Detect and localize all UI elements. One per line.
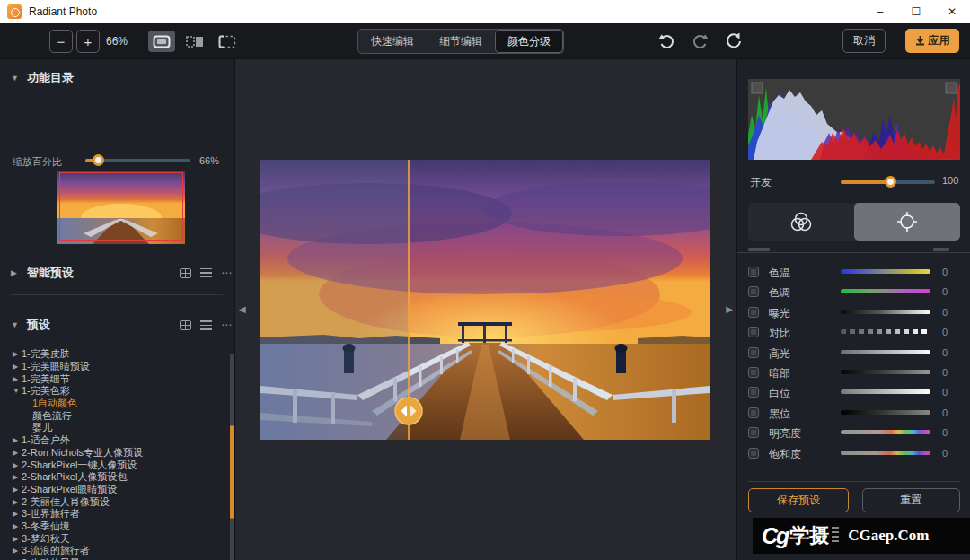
slider-label: 明亮度 <box>769 426 801 442</box>
slider-checkbox[interactable] <box>748 286 759 297</box>
grid-view-icon[interactable] <box>180 268 191 278</box>
preset-tree-item[interactable]: ▶2-SharkPixel眼睛预设 <box>0 484 229 496</box>
slider-checkbox[interactable] <box>748 407 759 418</box>
preset-tree-item[interactable]: ▶1-完美细节 <box>0 372 229 385</box>
preset-tree-item[interactable]: ▶3-梦幻秋天 <box>0 532 229 545</box>
develop-slider-handle[interactable] <box>885 176 896 188</box>
preset-tree-item[interactable]: ▶3-冬季仙境 <box>0 521 229 533</box>
preset-tree-item[interactable]: ▼1-完美色彩 <box>0 385 229 398</box>
minimize-button[interactable]: – <box>862 0 898 23</box>
single-view-button[interactable] <box>148 31 175 52</box>
sidebar-scrollbar[interactable] <box>230 354 234 560</box>
save-preset-button[interactable]: 保存预设 <box>748 488 849 512</box>
slider-track[interactable] <box>841 389 930 394</box>
grid-view-icon[interactable] <box>180 320 191 330</box>
smart-presets-header[interactable]: ▶ 智能预设 <box>11 265 74 281</box>
more-options-icon[interactable]: ⋯ <box>221 267 232 279</box>
slider-checkbox[interactable] <box>748 347 759 358</box>
cancel-button[interactable]: 取消 <box>842 29 886 53</box>
preset-tree-item[interactable]: ▶颜色流行 <box>0 409 229 422</box>
highlight-clipping-toggle[interactable] <box>946 83 957 93</box>
chevron-right-icon[interactable]: ▶ <box>13 363 22 371</box>
chevron-right-icon[interactable]: ▶ <box>13 547 22 555</box>
slider-track[interactable] <box>841 310 930 314</box>
collapse-left-panel-icon[interactable]: ◀ <box>239 304 246 314</box>
chevron-right-icon[interactable]: ▶ <box>13 522 22 530</box>
preset-tree-item[interactable]: ▶1-完美皮肤 <box>0 348 229 361</box>
preset-tree-item[interactable]: ▶3-流浪的旅行者 <box>0 545 229 557</box>
preset-tree-item[interactable]: ▶1自动颜色 <box>0 398 229 410</box>
develop-slider[interactable] <box>841 180 935 184</box>
preset-tree-item[interactable]: ▶婴儿 <box>0 422 229 434</box>
close-button[interactable]: ✕ <box>934 0 970 23</box>
chevron-right-icon[interactable]: ▶ <box>13 535 22 543</box>
undo-icon <box>657 31 676 51</box>
edit-tab-0[interactable]: 快速编辑 <box>358 30 427 53</box>
target-adjust-tab[interactable] <box>854 203 960 241</box>
chevron-right-icon[interactable]: ▶ <box>13 486 22 494</box>
navigator-thumbnail[interactable] <box>57 171 185 244</box>
preset-tree-item[interactable]: ▶1-完美眼睛预设 <box>0 361 229 373</box>
edit-tab-2[interactable]: 颜色分级 <box>495 30 563 53</box>
slider-checkbox[interactable] <box>748 267 759 277</box>
chevron-right-icon[interactable]: ▶ <box>13 350 22 358</box>
slider-checkbox[interactable] <box>748 327 759 337</box>
slider-track[interactable] <box>841 370 930 374</box>
split-view-button[interactable] <box>181 31 208 52</box>
apply-download-icon <box>915 36 925 46</box>
chevron-right-icon[interactable]: ▶ <box>13 510 22 518</box>
slider-track[interactable] <box>841 269 930 274</box>
slider-track[interactable] <box>841 289 930 293</box>
slider-checkbox[interactable] <box>748 307 759 318</box>
maximize-button[interactable]: ☐ <box>898 0 934 23</box>
list-view-icon[interactable] <box>200 268 212 278</box>
preset-tree-item[interactable]: ▶2-美丽佳人肖像预设 <box>0 495 229 508</box>
zoom-slider-handle[interactable] <box>93 154 104 166</box>
more-options-icon[interactable]: ⋯ <box>221 319 232 331</box>
apply-button[interactable]: 应用 <box>905 29 959 53</box>
slider-track[interactable] <box>841 410 930 415</box>
slider-label: 白位 <box>769 386 790 401</box>
shadow-clipping-toggle[interactable] <box>752 83 763 93</box>
sidebar-scrollbar-thumb[interactable] <box>230 425 234 519</box>
photo-canvas[interactable] <box>260 160 710 440</box>
zoom-percent-slider[interactable] <box>85 159 190 162</box>
slider-value: 0 <box>942 367 948 378</box>
chevron-down-icon[interactable]: ▼ <box>13 387 22 395</box>
chevron-right-icon[interactable]: ▶ <box>13 498 22 506</box>
chevron-right-icon[interactable]: ▶ <box>13 375 22 383</box>
preset-tree-item[interactable]: ▶3-世界旅行者 <box>0 508 229 521</box>
chevron-right-icon[interactable]: ▶ <box>13 461 22 469</box>
edit-tab-1[interactable]: 细节编辑 <box>427 30 495 53</box>
slider-checkbox[interactable] <box>748 427 759 438</box>
presets-header[interactable]: ▼ 预设 <box>11 317 50 333</box>
color-wheels-tab[interactable] <box>748 203 854 241</box>
chevron-right-icon[interactable]: ▶ <box>13 449 22 457</box>
navigator-viewport-outline[interactable] <box>59 172 183 241</box>
list-view-icon[interactable] <box>200 320 212 330</box>
slider-track[interactable] <box>841 329 930 334</box>
side-by-side-view-button[interactable] <box>214 31 241 52</box>
chevron-right-icon[interactable]: ▶ <box>13 436 22 444</box>
preset-tree-item[interactable]: ▶1-适合户外 <box>0 434 229 447</box>
chevron-right-icon[interactable]: ▶ <box>13 473 22 481</box>
preset-tree-item[interactable]: ▶2-SharkPixel一键人像预设 <box>0 459 229 471</box>
preset-tree-item[interactable]: ▶2-Ron Nichols专业人像预设 <box>0 447 229 459</box>
preset-tree-item[interactable]: ▶2-SharkPixel人像预设包 <box>0 471 229 484</box>
slider-track[interactable] <box>841 430 930 434</box>
slider-track[interactable] <box>841 350 930 354</box>
function-catalog-header[interactable]: ▼ 功能目录 <box>11 70 74 86</box>
slider-track[interactable] <box>841 451 930 455</box>
slider-checkbox[interactable] <box>748 387 759 398</box>
zoom-out-button[interactable]: − <box>49 30 73 53</box>
zoom-in-button[interactable]: + <box>76 30 100 53</box>
photo-image <box>260 160 710 440</box>
compare-divider-handle[interactable] <box>392 395 425 427</box>
collapse-right-panel-icon[interactable]: ▶ <box>726 304 733 314</box>
reset-history-button[interactable] <box>724 31 745 53</box>
reset-button[interactable]: 重置 <box>862 488 960 512</box>
redo-button[interactable] <box>691 31 712 53</box>
undo-button[interactable] <box>657 31 678 53</box>
slider-checkbox[interactable] <box>748 448 759 459</box>
slider-checkbox[interactable] <box>748 367 759 378</box>
